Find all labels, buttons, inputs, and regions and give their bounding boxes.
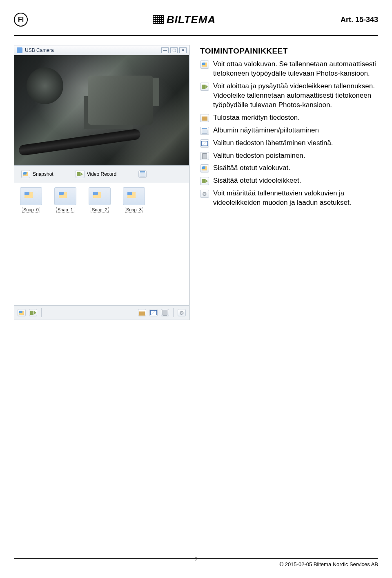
- capture-toolbar: Snapshot Video Record: [14, 166, 189, 183]
- logo-flag-icon: [153, 15, 164, 24]
- description-list: Voit ottaa valokuvan. Se tallennetaan au…: [200, 60, 378, 208]
- photo-folder-icon: [200, 164, 209, 173]
- description-item: Sisältää otetut valokuvat.: [200, 164, 378, 173]
- album-toggle-icon: [138, 170, 147, 178]
- thumbnail-image: [54, 187, 76, 205]
- trash-icon: [200, 152, 209, 160]
- window-titlebar: USB Camera — ▢ ✕: [14, 45, 189, 55]
- copyright: © 2015-02-05 Biltema Nordic Services AB: [279, 561, 378, 567]
- thumbnail-strip: Snap_0 Snap_1 Snap_2 Snap_3: [14, 183, 189, 306]
- article-number: Art. 15-343: [341, 16, 378, 24]
- language-badge: FI: [14, 13, 28, 27]
- window-title: USB Camera: [25, 47, 159, 53]
- description-text: Voit aloittaa ja pysäyttää videoleikkeen…: [213, 82, 378, 110]
- thumbnail-image: [89, 187, 111, 205]
- album-icon: [200, 127, 209, 135]
- page-footer: 7 © 2015-02-05 Biltema Nordic Services A…: [14, 558, 378, 567]
- description-item: Voit ottaa valokuvan. Se tallennetaan au…: [200, 60, 378, 78]
- settings-button[interactable]: [178, 309, 186, 316]
- description-text: Valitun tiedoston poistaminen.: [213, 151, 305, 161]
- snapshot-button[interactable]: Snapshot: [18, 169, 56, 179]
- thumbnail-item[interactable]: Snap_1: [51, 187, 80, 301]
- window-maximize-button[interactable]: ▢: [170, 47, 178, 53]
- description-item: Albumin näyttäminen/piilottaminen: [200, 126, 378, 135]
- video-folder-icon: [200, 177, 209, 185]
- delete-button[interactable]: [161, 309, 169, 316]
- description-item: Tulostaa merkityn tiedoston.: [200, 113, 378, 123]
- description-text: Sisältää otetut valokuvat.: [213, 164, 290, 173]
- description-item: Valitun tiedoston poistaminen.: [200, 151, 378, 161]
- description-text: Sisältää otetut videoleikkeet.: [213, 176, 301, 186]
- toolbar-separator: [173, 308, 174, 317]
- print-icon: [200, 114, 209, 122]
- thumbnail-label: Snap_0: [22, 207, 40, 213]
- videos-folder-button[interactable]: [29, 309, 37, 316]
- logo-text: BILTEMA: [167, 13, 216, 26]
- logo: BILTEMA: [153, 13, 216, 26]
- snapshot-label: Snapshot: [33, 171, 53, 177]
- video-record-button[interactable]: Video Record: [73, 169, 120, 179]
- window-close-button[interactable]: ✕: [179, 47, 187, 53]
- photo-icon: [21, 170, 30, 178]
- thumbnail-item[interactable]: Snap_3: [120, 187, 148, 301]
- description-item: Voit aloittaa ja pysäyttää videoleikkeen…: [200, 82, 378, 110]
- description-item: Voit määrittää tallennettavien valokuvie…: [200, 189, 378, 208]
- header-divider: [14, 35, 378, 36]
- photos-folder-button[interactable]: [18, 309, 26, 316]
- description-item: Sisältää otetut videoleikkeet.: [200, 176, 378, 186]
- description-text: Valitun tiedoston lähettäminen viestinä.: [213, 139, 333, 148]
- print-button[interactable]: [138, 309, 146, 316]
- thumbnail-image: [20, 187, 42, 205]
- photo-icon: [200, 60, 209, 69]
- bottom-toolbar: [14, 306, 189, 320]
- thumbnail-label: Snap_2: [91, 207, 109, 213]
- mail-icon: [200, 139, 209, 148]
- usb-camera-window: USB Camera — ▢ ✕ Snapshot Video Record: [14, 45, 189, 320]
- send-mail-button[interactable]: [149, 309, 158, 316]
- engine-hose-graphic: [18, 128, 141, 156]
- description-item: Valitun tiedoston lähettäminen viestinä.: [200, 139, 378, 148]
- description-column: TOIMINTOPAINIKKEET Voit ottaa valokuvan.…: [200, 45, 378, 211]
- description-text: Albumin näyttäminen/piilottaminen: [213, 126, 319, 135]
- camera-icon: [17, 47, 22, 53]
- description-text: Tulostaa merkityn tiedoston.: [213, 113, 300, 123]
- video-icon: [200, 83, 209, 91]
- video-record-label: Video Record: [87, 171, 117, 177]
- album-toggle-button[interactable]: [136, 169, 149, 179]
- video-icon: [76, 170, 85, 178]
- thumbnail-item[interactable]: Snap_0: [17, 187, 45, 301]
- camera-preview: [14, 55, 189, 166]
- page-number: 7: [184, 556, 208, 562]
- gear-icon: [200, 190, 209, 198]
- window-minimize-button[interactable]: —: [161, 47, 169, 53]
- description-text: Voit ottaa valokuvan. Se tallennetaan au…: [213, 60, 378, 78]
- thumbnail-label: Snap_1: [56, 207, 74, 213]
- thumbnail-image: [123, 187, 145, 205]
- thumbnail-item[interactable]: Snap_2: [85, 187, 114, 301]
- description-text: Voit määrittää tallennettavien valokuvie…: [213, 189, 378, 208]
- description-title: TOIMINTOPAINIKKEET: [200, 47, 378, 56]
- thumbnail-label: Snap_3: [125, 207, 143, 213]
- toolbar-separator: [41, 308, 42, 317]
